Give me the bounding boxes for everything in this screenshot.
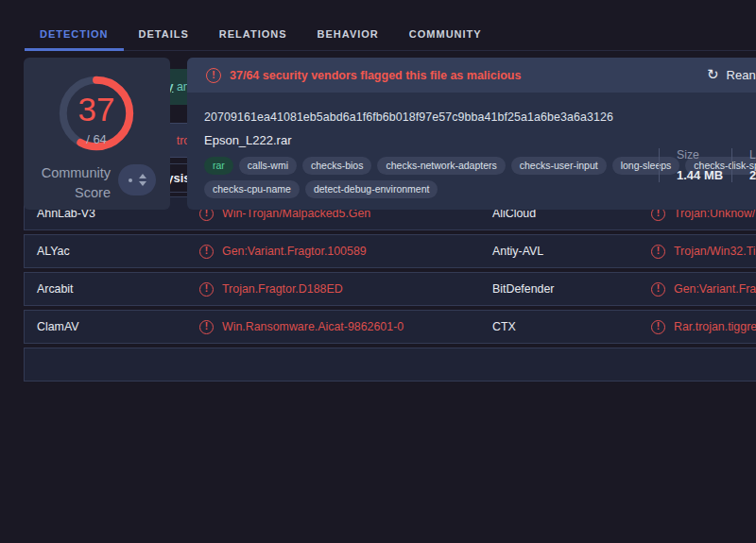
vote-widget[interactable] <box>118 164 156 195</box>
vote-dot-icon <box>129 178 132 182</box>
tab-community[interactable]: COMMUNITY <box>394 28 497 51</box>
file-meta: Size 1.44 MB Last Modification Date 2023 <box>659 148 756 182</box>
score-total: / 64 <box>55 132 138 146</box>
table-row <box>24 348 756 382</box>
vendor-name: ClamAV <box>37 320 199 333</box>
detection-result: Rar.trojan.tiggre <box>651 320 756 334</box>
tag[interactable]: checks-network-adapters <box>377 157 505 175</box>
tag[interactable]: calls-wmi <box>239 157 297 175</box>
tag[interactable]: checks-cpu-name <box>204 180 300 198</box>
alert-icon <box>199 282 214 297</box>
up-down-arrows-icon[interactable] <box>139 174 146 186</box>
tab-detection[interactable]: DETECTION <box>25 28 124 51</box>
file-body: 20709161ea41081eb5abd6a1f6fb6b018f97e57c… <box>187 93 756 198</box>
vendor-name: Arcabit <box>37 282 199 296</box>
vendor-name: BitDefender <box>492 282 651 296</box>
tab-behavior[interactable]: BEHAVIOR <box>302 28 394 51</box>
tag[interactable]: checks-bios <box>302 157 371 175</box>
detection-result: Trojan/Win32.Tiggre <box>651 245 756 259</box>
file-summary-card: 37/64 security vendors flagged this file… <box>187 58 756 210</box>
vendor-name: ALYac <box>37 245 199 258</box>
reanalyze-button[interactable]: ↻ Reanalyze <box>707 58 756 93</box>
report-tabs: DETECTION DETAILS RELATIONS BEHAVIOR COM… <box>25 28 756 51</box>
table-row: ALYac Gen:Variant.Fragtor.100589 Antiy-A… <box>24 234 756 268</box>
table-row: Arcabit Trojan.Fragtor.D188ED BitDefende… <box>24 272 756 306</box>
detection-result: Gen:Variant.Fragtor.100589 <box>199 245 492 259</box>
alert-icon <box>199 245 214 259</box>
detection-score-gauge: 37 / 64 <box>55 72 138 155</box>
score-value: 37 <box>55 93 138 126</box>
file-sha256: 20709161ea41081eb5abd6a1f6fb6b018f97e57c… <box>204 110 756 124</box>
last-modification: Last Modification Date 2023 <box>731 148 756 182</box>
file-type-tag[interactable]: rar <box>204 157 233 175</box>
alert-icon <box>651 282 665 297</box>
verdict-band: 37/64 security vendors flagged this file… <box>187 58 756 93</box>
vote-down-icon[interactable] <box>139 181 146 186</box>
vendor-name: Antiy-AVL <box>492 245 651 258</box>
alert-icon <box>651 320 665 334</box>
tab-details[interactable]: DETAILS <box>124 28 204 51</box>
detection-result: Gen:Variant.Fragtor.100589 <box>651 282 756 297</box>
verdict-text: 37/64 security vendors flagged this file… <box>230 69 521 82</box>
detection-result: Trojan.Fragtor.D188ED <box>199 282 492 297</box>
file-size: Size 1.44 MB <box>659 148 731 182</box>
alert-icon <box>651 245 665 259</box>
virustotal-report-page: 37 / 64 Community Score 37/64 security v… <box>0 0 756 543</box>
alert-icon <box>206 68 221 83</box>
tag[interactable]: detect-debug-environment <box>305 180 438 198</box>
alert-icon <box>199 320 214 334</box>
file-name: Epson_L222.rar <box>204 133 756 147</box>
tab-relations[interactable]: RELATIONS <box>204 28 302 51</box>
detection-result: Win.Ransomware.Aicat-9862601-0 <box>199 320 492 334</box>
vendor-name: CTX <box>492 320 651 333</box>
reanalyze-icon: ↻ <box>707 68 719 82</box>
community-score-card: 37 / 64 Community Score <box>24 58 170 210</box>
table-row: ClamAV Win.Ransomware.Aicat-9862601-0 CT… <box>24 310 756 344</box>
vote-up-icon[interactable] <box>139 174 146 178</box>
community-score-label: Community Score <box>24 163 111 203</box>
tag[interactable]: checks-user-input <box>511 157 607 175</box>
